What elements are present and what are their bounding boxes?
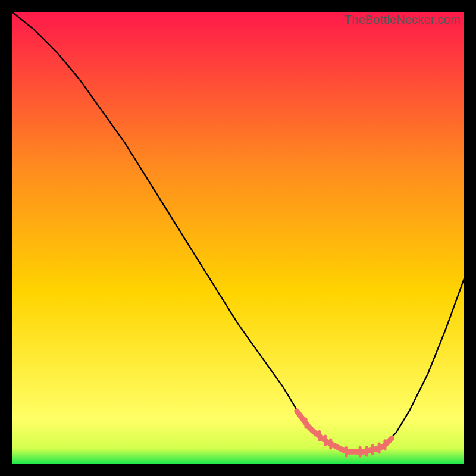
chart-frame: TheBottleNecker.com xyxy=(12,12,464,464)
bottleneck-chart xyxy=(12,12,464,464)
watermark-text: TheBottleNecker.com xyxy=(345,13,461,27)
